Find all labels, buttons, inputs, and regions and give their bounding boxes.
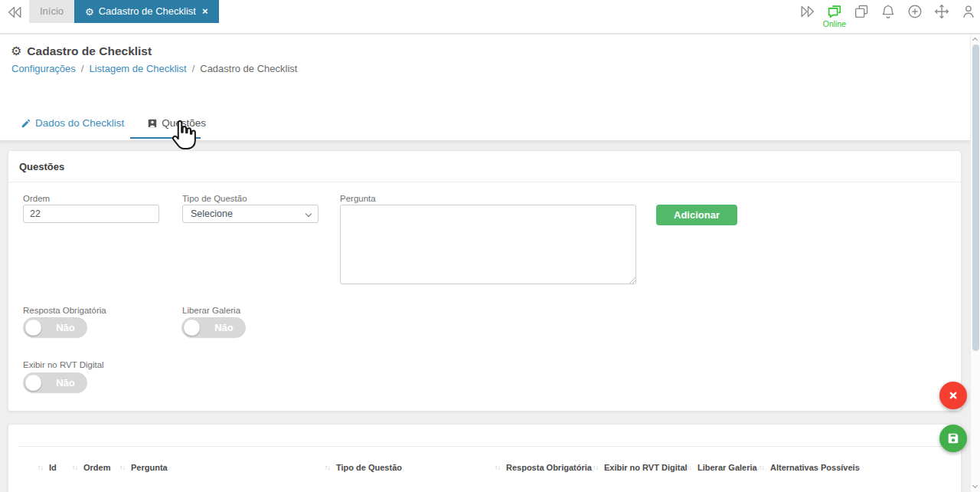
close-icon (946, 388, 961, 403)
column-header-exibir-no-rvt-digital[interactable]: ↑↓ Exibir no RVT Digital (593, 463, 688, 472)
vertical-scrollbar (970, 34, 980, 492)
breadcrumb: Configurações/Listagem de Checklist/Cada… (11, 63, 297, 74)
window-tab-inicio[interactable]: Início (29, 0, 74, 23)
move-icon[interactable] (933, 3, 950, 20)
tab-label: Dados do Checklist (35, 117, 124, 129)
window-tab-label: Início (40, 0, 64, 23)
toggle-state: Não (44, 317, 87, 338)
scroll-up-arrow[interactable] (971, 35, 980, 44)
gear-icon: ⚙ (85, 7, 94, 17)
plus-circle-icon[interactable] (906, 3, 923, 20)
select-value: Selecione (191, 208, 233, 219)
toggle-knob (25, 375, 41, 391)
pergunta-label: Pergunta (340, 194, 376, 203)
breadcrumb-configuracoes[interactable]: Configurações (11, 63, 76, 74)
column-header-alternativas-possiveis[interactable]: ↑↓ Alternativas Possíveis (759, 463, 860, 472)
cancel-fab-button[interactable] (939, 382, 967, 409)
rewind-icon[interactable] (6, 4, 23, 21)
toggle-knob (184, 320, 200, 336)
column-label: Liberar Galeria (697, 463, 757, 472)
copy-icon[interactable] (853, 3, 870, 20)
column-header-tipo-de-questao[interactable]: ↑↓ Tipo de Questão (325, 463, 402, 472)
column-header-pergunta[interactable]: ↑↓ Pergunta (119, 463, 168, 472)
ordem-input[interactable] (23, 205, 159, 223)
sort-icon: ↑↓ (759, 464, 764, 471)
toggle-knob (25, 320, 41, 336)
liberar-galeria-label: Liberar Galeria (182, 306, 240, 315)
sort-icon: ↑↓ (853, 463, 858, 471)
questoes-form-card: Questões Ordem Tipo de Questão Selecione… (8, 150, 962, 412)
close-tab-icon[interactable]: × (202, 0, 208, 23)
card-header: Questões (8, 151, 961, 182)
toggle-state: Não (44, 372, 87, 393)
scrollbar-thumb[interactable] (972, 44, 979, 351)
column-label: Ordem (83, 463, 110, 472)
chat-online-icon[interactable]: Online (826, 3, 843, 28)
column-label: Tipo de Questão (336, 463, 402, 472)
exibir-no-rvt-digital-toggle[interactable]: Não (23, 372, 87, 393)
page-header: ⚙ Cadastro de Checklist Configurações/Li… (0, 34, 980, 140)
tab-dados-do-checklist[interactable]: Dados do Checklist (21, 117, 124, 129)
user-icon[interactable] (960, 3, 977, 20)
tipo-de-questao-label: Tipo de Questão (182, 194, 247, 203)
ordem-label: Ordem (23, 194, 50, 203)
breadcrumb-current: Cadastro de Checklist (200, 63, 297, 74)
column-label: Alternativas Possíveis (770, 463, 860, 472)
top-navbar: Início ⚙ Cadastro de Checklist × Online (0, 0, 980, 34)
save-fab-button[interactable] (939, 425, 967, 452)
bell-icon[interactable] (880, 3, 897, 20)
sort-icon: ↑↓ (38, 464, 43, 471)
exibir-no-rvt-digital-label: Exibir no RVT Digital (23, 360, 104, 369)
sort-icon: ↑↓ (495, 464, 500, 471)
tipo-de-questao-select[interactable]: Selecione (182, 205, 318, 223)
column-label: Resposta Obrigatória (506, 463, 592, 472)
window-tab-label: Cadastro de Checklist (99, 0, 196, 23)
divider (18, 446, 951, 447)
column-header-ordem[interactable]: ↑↓ Ordem (72, 463, 110, 472)
column-label: Id (49, 463, 57, 472)
column-header-resposta-obrigatoria[interactable]: ↑↓ Resposta Obrigatória (495, 463, 592, 472)
content-area: Questões Ordem Tipo de Questão Selecione… (0, 140, 980, 492)
liberar-galeria-toggle[interactable]: Não (181, 317, 246, 338)
fast-forward-icon[interactable] (799, 3, 816, 20)
page-title: Cadastro de Checklist (27, 44, 152, 58)
sort-icon: ↑↓ (72, 464, 77, 471)
table-header-row: ↑↓ Id ↑↓ Ordem ↑↓ Pergunta ↑↓ Tipo de Qu… (8, 463, 961, 481)
resposta-obrigatoria-toggle[interactable]: Não (23, 317, 87, 338)
toggle-state: Não (202, 317, 246, 338)
column-header-liberar-galeria[interactable]: ↑↓ Liberar Galeria (686, 463, 757, 472)
online-status: Online (823, 19, 846, 28)
sort-icon: ↑↓ (686, 464, 691, 471)
pergunta-textarea[interactable] (340, 205, 636, 284)
account-box-icon (147, 118, 158, 129)
sort-icon: ↑↓ (593, 464, 598, 471)
tab-questoes[interactable]: Questões (147, 117, 206, 129)
chevron-down-icon (305, 211, 312, 217)
tab-label: Questões (162, 117, 206, 129)
gear-icon: ⚙ (11, 45, 21, 57)
window-tab-bar: Início ⚙ Cadastro de Checklist × (29, 0, 219, 23)
adicionar-button[interactable]: Adicionar (656, 205, 737, 225)
active-tab-underline (130, 137, 201, 139)
section-title: Questões (19, 161, 64, 172)
column-label: Exibir no RVT Digital (604, 463, 688, 472)
sort-icon: ↑↓ (325, 464, 330, 471)
resposta-obrigatoria-label: Resposta Obrigatória (23, 306, 106, 315)
breadcrumb-separator: / (81, 63, 84, 74)
scroll-down-arrow[interactable] (971, 482, 980, 491)
navbar-actions: Online (799, 3, 977, 28)
column-label: Pergunta (131, 463, 168, 472)
breadcrumb-separator: / (192, 63, 195, 74)
app-screen: Início ⚙ Cadastro de Checklist × Online (0, 0, 980, 492)
breadcrumb-listagem-checklist[interactable]: Listagem de Checklist (89, 63, 186, 74)
column-header-trailing[interactable]: ↑↓ (853, 463, 858, 471)
save-floppy-icon (946, 431, 961, 446)
window-tab-cadastro-checklist[interactable]: ⚙ Cadastro de Checklist × (74, 0, 218, 23)
content-tab-bar: Dados do Checklist Questões (21, 117, 206, 129)
sort-icon: ↑↓ (119, 464, 125, 471)
column-header-id[interactable]: ↑↓ Id (38, 463, 57, 472)
pencil-icon (21, 118, 31, 129)
questoes-table-card: ↑↓ Id ↑↓ Ordem ↑↓ Pergunta ↑↓ Tipo de Qu… (8, 424, 962, 492)
